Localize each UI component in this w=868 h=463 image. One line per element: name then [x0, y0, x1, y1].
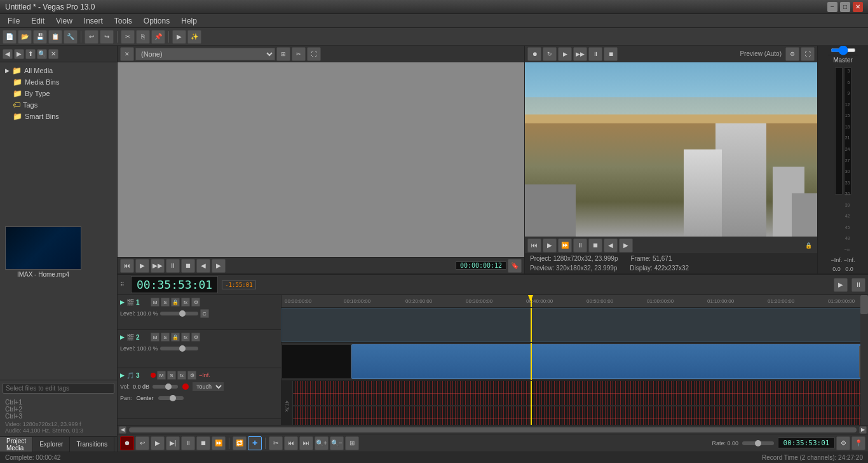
tc-settings[interactable]: ⚙ — [836, 436, 850, 450]
tree-item-by-type[interactable]: 📁 By Type — [3, 88, 114, 99]
prev-play[interactable]: ▶ — [135, 259, 149, 273]
main-timecode-display[interactable]: 00:35:53:01 — [131, 276, 218, 293]
rp-fullscreen[interactable]: ⛶ — [801, 47, 815, 61]
paste-button[interactable]: 📌 — [151, 30, 165, 44]
transport-pause[interactable]: ⏸ — [181, 436, 195, 450]
preview-fullscreen[interactable]: ⛶ — [307, 47, 321, 61]
scroll-right[interactable]: ▶ — [859, 426, 867, 434]
lp-btn4[interactable]: 🔍 — [37, 49, 47, 59]
tab-explorer[interactable]: Explorer — [33, 437, 70, 452]
loop-region[interactable]: 📍 — [851, 436, 865, 450]
prev-pause[interactable]: ⏸ — [166, 259, 180, 273]
track-2-fx[interactable]: fx — [181, 333, 190, 342]
track-2-lock[interactable]: 🔒 — [171, 333, 180, 342]
rp-stop[interactable]: ⏹ — [604, 47, 618, 61]
transport-stop[interactable]: ⏹ — [196, 436, 210, 450]
track-1-lock[interactable]: 🔒 — [171, 298, 180, 307]
track-2-clip-black[interactable] — [281, 344, 351, 379]
prev-step-fwd[interactable]: ▶ — [212, 259, 226, 273]
magic-wand-button[interactable]: ✨ — [187, 30, 201, 44]
cut-at-cursor[interactable]: ✂ — [269, 436, 283, 450]
rc-btn2[interactable]: ▶ — [543, 238, 557, 252]
rc-btn7[interactable]: ▶ — [619, 238, 633, 252]
track-3-mute[interactable]: M — [157, 371, 166, 380]
track-1-solo[interactable]: S — [161, 298, 170, 307]
preview-ext[interactable]: ⊞ — [276, 47, 290, 61]
tree-item-smart-bins[interactable]: 📁 Smart Bins — [3, 111, 114, 122]
track-1-slider-handle[interactable] — [179, 310, 186, 317]
rp-pause[interactable]: ⏸ — [588, 47, 602, 61]
save-button[interactable]: 💾 — [33, 30, 47, 44]
save-as-button[interactable]: 📋 — [48, 30, 62, 44]
tree-item-tags[interactable]: 🏷 Tags — [3, 99, 114, 111]
master-fader[interactable] — [831, 48, 856, 52]
zoom-out[interactable]: 🔍− — [330, 436, 344, 450]
menu-insert[interactable]: Insert — [79, 15, 108, 27]
tree-item-media-bins[interactable]: 📁 Media Bins — [3, 76, 114, 88]
rp-btn4[interactable]: ▶▶ — [573, 47, 587, 61]
lp-btn5[interactable]: ✕ — [48, 49, 58, 59]
track-2-level-slider[interactable] — [160, 347, 198, 350]
transport-play-sel[interactable]: ▶| — [166, 436, 180, 450]
track-2-content[interactable] — [281, 343, 868, 381]
redo-button[interactable]: ↪ — [100, 30, 114, 44]
track-1-mute[interactable]: M — [151, 298, 159, 307]
transport-record[interactable]: ⏺ — [120, 436, 134, 450]
tree-item-all-media[interactable]: ▶ 📁 All Media — [3, 65, 114, 76]
menu-view[interactable]: View — [51, 15, 78, 27]
preview-cut[interactable]: ✂ — [292, 47, 306, 61]
prev-stop[interactable]: ⏹ — [181, 259, 195, 273]
loop-button[interactable]: 🔁 — [233, 436, 247, 450]
vertical-scrollbar[interactable] — [860, 295, 868, 314]
rate-slider-handle[interactable] — [755, 440, 761, 446]
track-3-touch-select[interactable]: Touch — [192, 382, 224, 392]
preview-source-select[interactable]: (None) — [135, 48, 275, 60]
lp-btn1[interactable]: ◀ — [3, 49, 13, 59]
prev-marker[interactable]: ⏮ — [284, 436, 298, 450]
track-3-solo[interactable]: S — [167, 371, 176, 380]
track-expand-2[interactable]: ▶ — [120, 334, 125, 340]
track-2-clip-main[interactable] — [351, 344, 868, 379]
transport-play[interactable]: ▶ — [151, 436, 165, 450]
horizontal-scrollbar[interactable] — [129, 427, 857, 432]
transport-ff[interactable]: ⏩ — [212, 436, 226, 450]
rc-btn3[interactable]: ⏩ — [558, 238, 572, 252]
rc-btn6[interactable]: ◀ — [604, 238, 618, 252]
transport-rewind[interactable]: ↩ — [135, 436, 149, 450]
track-1-fx[interactable]: fx — [181, 298, 190, 307]
new-button[interactable]: 📄 — [3, 30, 17, 44]
prev-step-back[interactable]: ◀ — [196, 259, 210, 273]
track-2-solo[interactable]: S — [161, 333, 170, 342]
track-2-settings[interactable]: ⚙ — [191, 333, 200, 342]
preview-timecode-input[interactable] — [456, 261, 506, 270]
menu-help[interactable]: Help — [176, 15, 202, 27]
menu-options[interactable]: Options — [139, 15, 175, 27]
menu-edit[interactable]: Edit — [26, 15, 50, 27]
open-button[interactable]: 📂 — [18, 30, 32, 44]
track-3-pan-slider[interactable] — [158, 396, 184, 400]
vertical-scroll[interactable] — [860, 295, 868, 425]
properties-button[interactable]: 🔧 — [64, 30, 78, 44]
track-1-composite[interactable]: C — [200, 309, 209, 318]
track-expand-1[interactable]: ▶ — [120, 299, 125, 305]
snap-button[interactable]: ✚ — [248, 436, 262, 450]
track-3-vol-slider[interactable] — [153, 385, 178, 389]
tl-btn-stop[interactable]: ⏸ — [851, 278, 865, 292]
track-3-pan-handle[interactable] — [170, 395, 176, 401]
rp-btn1[interactable]: ⏺ — [527, 47, 541, 61]
zoom-in[interactable]: 🔍+ — [315, 436, 329, 450]
close-button[interactable]: ✕ — [853, 2, 863, 12]
track-expand-3[interactable]: ▶ — [120, 372, 125, 378]
rp-btn3[interactable]: ▶ — [558, 47, 572, 61]
cut-button[interactable]: ✂ — [121, 30, 135, 44]
rc-btn1[interactable]: ⏮ — [527, 238, 541, 252]
lp-btn3[interactable]: ⬆ — [25, 49, 36, 59]
scroll-left[interactable]: ◀ — [119, 426, 126, 434]
track-1-level-slider[interactable] — [160, 312, 198, 315]
tags-input[interactable] — [3, 383, 114, 394]
maximize-button[interactable]: □ — [840, 2, 850, 12]
prev-rewind[interactable]: ⏮ — [120, 259, 134, 273]
menu-file[interactable]: File — [3, 15, 25, 27]
copy-button[interactable]: ⎘ — [136, 30, 150, 44]
track-1-content[interactable] — [281, 308, 868, 343]
